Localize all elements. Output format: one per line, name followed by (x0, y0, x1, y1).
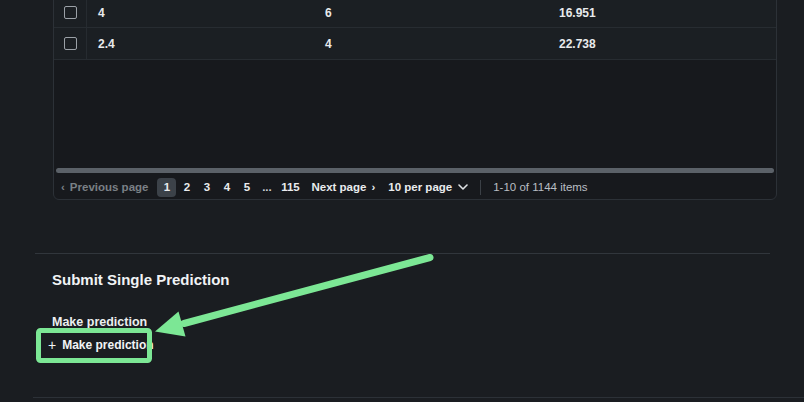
table-cell: 22.738 (547, 28, 776, 59)
page-size-select[interactable]: 10 per page (388, 181, 468, 193)
chevron-right-icon: › (371, 181, 375, 193)
page-button-5[interactable]: 5 (237, 178, 256, 197)
page-size-label: 10 per page (388, 181, 452, 193)
pagination-bar: ‹ Previous page 1 2 3 4 5 ... 115 Next p… (61, 176, 768, 198)
annotation-arrowhead (155, 312, 186, 337)
items-count-summary: 1-10 of 1144 items (493, 181, 587, 193)
row-checkbox[interactable] (64, 6, 77, 19)
table-cell: 4 (87, 0, 314, 27)
row-checkbox-cell (54, 0, 87, 27)
table-cell: 4 (314, 28, 547, 59)
next-page-button[interactable]: Next page › (311, 181, 375, 193)
previous-page-button[interactable]: ‹ Previous page (61, 181, 148, 193)
row-checkbox[interactable] (64, 37, 77, 50)
annotation-arrow-shaft (184, 258, 430, 324)
page-button-2[interactable]: 2 (177, 178, 196, 197)
make-prediction-button-label: Make prediction (62, 338, 153, 352)
pagination-divider (480, 180, 481, 195)
page-button-3[interactable]: 3 (197, 178, 216, 197)
table-cell: 16.951 (547, 0, 776, 27)
bottom-divider (33, 397, 804, 398)
chevron-down-icon (458, 184, 468, 190)
page-background: 4 6 16.951 2.4 4 22.738 ‹ Previous page … (0, 0, 804, 402)
previous-page-label: Previous page (70, 181, 149, 193)
page-button-115[interactable]: 115 (277, 178, 303, 197)
data-table-panel: 4 6 16.951 2.4 4 22.738 ‹ Previous page … (53, 0, 777, 200)
section-divider (35, 253, 770, 254)
chevron-left-icon: ‹ (61, 181, 65, 193)
table-row: 2.4 4 22.738 (54, 28, 776, 60)
table-row: 4 6 16.951 (54, 0, 776, 28)
page-button-4[interactable]: 4 (217, 178, 236, 197)
plus-icon: + (48, 337, 56, 353)
horizontal-scrollbar[interactable] (56, 168, 774, 173)
pagination-ellipsis: ... (257, 181, 276, 193)
section-title: Submit Single Prediction (52, 271, 230, 288)
make-prediction-field-label: Make prediction (52, 315, 147, 329)
row-checkbox-cell (54, 28, 87, 59)
table-cell: 6 (314, 0, 547, 27)
make-prediction-button[interactable]: + Make prediction (48, 334, 154, 356)
next-page-label: Next page (311, 181, 366, 193)
table-cell: 2.4 (87, 28, 314, 59)
page-button-1[interactable]: 1 (157, 178, 176, 197)
